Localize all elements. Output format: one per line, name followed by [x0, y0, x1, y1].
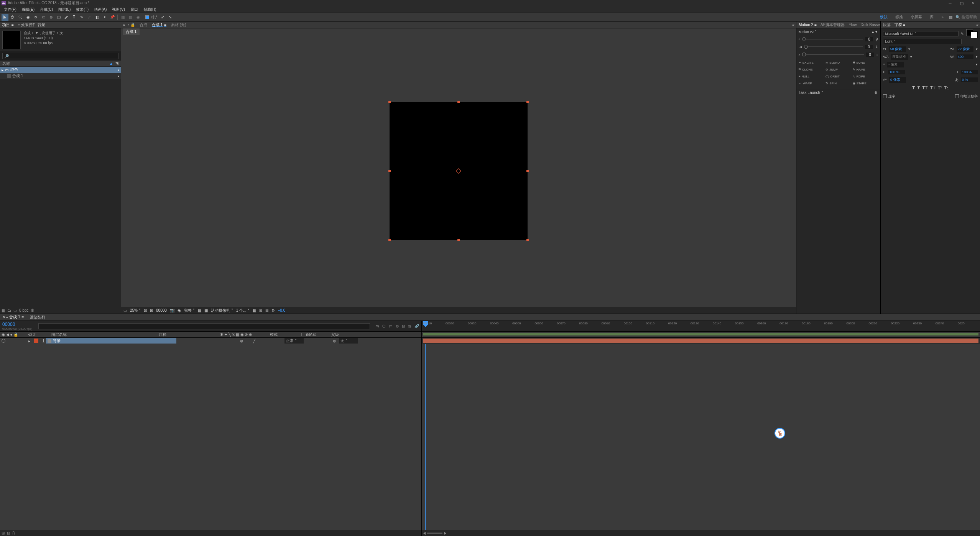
layer-sw-b[interactable]: ╱	[253, 339, 255, 343]
pan-behind-tool[interactable]: ⊕	[48, 14, 54, 21]
menu-comp[interactable]: 合成(C)	[38, 7, 54, 12]
av-cols[interactable]: ◉ ◀ ● 🔒	[0, 332, 27, 337]
eyedropper-icon[interactable]: ✎	[961, 32, 964, 36]
viewer-tab-active[interactable]: 合成 1 ≡	[150, 22, 168, 28]
roto-tool[interactable]: ✦	[101, 14, 108, 21]
menu-effect[interactable]: 效果(T)	[74, 7, 90, 12]
snap-toggle[interactable]: 对齐	[145, 15, 158, 20]
faux-italic[interactable]: T	[917, 85, 920, 91]
orbit-tool[interactable]: ◉	[25, 14, 31, 21]
res-half-icon[interactable]: ⊡	[144, 308, 147, 312]
handle-mr[interactable]	[526, 170, 529, 172]
menu-view[interactable]: 视图(V)	[110, 7, 126, 12]
current-time[interactable]: 00000	[2, 322, 32, 327]
new-folder-icon[interactable]: 🗀	[7, 308, 11, 312]
work-area[interactable]	[423, 333, 978, 335]
toggle-parent-icon[interactable]: {}	[12, 531, 15, 535]
exposure[interactable]: +0.0	[278, 308, 286, 312]
brush-tool[interactable]: ✎	[78, 14, 85, 21]
tl-icon-g[interactable]: 🔗	[414, 324, 419, 328]
baseline-field[interactable]: 0 像素	[889, 77, 906, 83]
motion2-tab[interactable]: Motion 2 ≡	[798, 23, 817, 27]
tracking-field[interactable]: 400	[957, 54, 973, 59]
rope-button[interactable]: ∿ ROPE	[853, 74, 878, 79]
viewport[interactable]	[121, 35, 796, 307]
twirl-icon[interactable]: ▸	[28, 339, 30, 343]
viewer-nav-next[interactable]: »	[792, 23, 794, 27]
snap-opt-b[interactable]: ⤡	[167, 14, 174, 21]
slider-c-left[interactable]: ›	[799, 53, 800, 57]
workspace-more[interactable]: »	[939, 15, 946, 19]
render-queue-tab[interactable]: 渲染队列	[28, 315, 47, 320]
vscale-field[interactable]: 100 %	[888, 70, 905, 74]
col-layer-name[interactable]: 图层名称	[51, 332, 67, 337]
hand-tool[interactable]	[9, 14, 16, 21]
rotate-tool[interactable]: ↻	[32, 14, 39, 21]
project-tab[interactable]: 项目 ≡	[2, 22, 15, 28]
shape-stroke[interactable]: ▦	[127, 14, 134, 21]
slider-c[interactable]	[802, 54, 864, 55]
selection-tool[interactable]	[2, 14, 8, 21]
hscale-field[interactable]: 100 %	[961, 70, 978, 74]
kerning-field[interactable]: 度量标准	[891, 54, 908, 60]
slider-b-val[interactable]: 0	[865, 45, 873, 49]
fx-controls-tab[interactable]: ▪ 效果控件 背景	[18, 22, 46, 28]
view-opt-a[interactable]: ▦	[253, 308, 256, 312]
col-comment[interactable]: 注释	[159, 332, 166, 337]
spin-button[interactable]: ↻ SPIN	[825, 81, 851, 86]
col-sort[interactable]: ▲	[109, 61, 113, 66]
timeline-search[interactable]	[38, 323, 370, 329]
resolution-dd[interactable]: 完整 ˅	[184, 308, 195, 313]
layer-sw-a[interactable]: ⊕	[240, 339, 243, 343]
parent-dd[interactable]: 无 ˅	[339, 338, 358, 344]
project-comp-row[interactable]: 合成 1 ▪	[0, 73, 121, 79]
layer-row[interactable]: 背景	[46, 338, 176, 344]
motion-preset-dd[interactable]: Motion v2 ˅	[799, 30, 870, 34]
text-tool[interactable]: T	[71, 14, 77, 21]
zoom-out-icon[interactable]: ▭	[123, 308, 127, 312]
menu-file[interactable]: 文件(F)	[2, 7, 18, 12]
subscript[interactable]: T₁	[944, 85, 949, 91]
faux-bold[interactable]: T	[912, 85, 915, 91]
viewer-nav-prev[interactable]: «	[123, 23, 125, 27]
transparency-icon[interactable]: ▦	[204, 308, 208, 312]
trash-icon[interactable]: 🗑	[31, 308, 35, 312]
flowchart-tab[interactable]: 合成 1	[123, 28, 140, 35]
handle-tc[interactable]	[457, 101, 460, 103]
close-button[interactable]: ✕	[971, 1, 975, 5]
workspace-default[interactable]: 默认	[878, 15, 890, 20]
zoom-tool[interactable]	[17, 14, 24, 21]
shape-opt[interactable]: ◉	[135, 14, 141, 21]
workspace-standard[interactable]: 标准	[893, 15, 905, 20]
snap-opt-a[interactable]: ⤢	[159, 14, 166, 21]
zoom-out-tri[interactable]	[423, 532, 426, 535]
col-type-icon[interactable]: ◥	[115, 61, 118, 66]
col-name[interactable]: 名称	[2, 61, 10, 66]
paragraph-tab[interactable]: 段落	[882, 22, 891, 28]
task-delete-icon[interactable]: 🗑	[874, 90, 878, 95]
show-channel-icon[interactable]: ◉	[178, 308, 181, 312]
new-comp-icon[interactable]: ▭	[13, 308, 17, 312]
font-size-field[interactable]: 50 像素	[889, 46, 906, 52]
handle-br[interactable]	[526, 239, 529, 241]
views-dd[interactable]: 1 个... ˅	[236, 308, 250, 313]
tl-icon-c[interactable]: 🏷	[389, 324, 393, 328]
color-swatch[interactable]	[966, 29, 978, 38]
clone-button[interactable]: ⧉ CLONE	[799, 67, 824, 72]
layer-bar[interactable]	[423, 339, 978, 343]
help-search[interactable]: 🔍 搜索帮助	[955, 15, 977, 20]
handle-tr[interactable]	[526, 101, 529, 103]
font-weight-dd[interactable]: Light ˅	[883, 39, 962, 44]
playhead-line[interactable]	[425, 344, 426, 530]
tl-icon-f[interactable]: ◷	[408, 324, 411, 328]
smallcaps[interactable]: Tᴛ	[930, 85, 935, 91]
tl-icon-e[interactable]: ⊡	[402, 324, 405, 328]
excite-button[interactable]: ✦ EXCITE	[799, 60, 824, 65]
minimize-button[interactable]: ─	[948, 1, 952, 5]
res-auto-icon[interactable]: ⊞	[150, 308, 153, 312]
comp-thumbnail[interactable]	[2, 31, 21, 49]
label-cols[interactable]: 🏷 #	[27, 332, 50, 337]
stroke-field[interactable]: - 像素	[887, 62, 904, 67]
col-trkmat[interactable]: T TrkMat	[301, 332, 316, 337]
zoom-slider[interactable]	[427, 533, 442, 534]
